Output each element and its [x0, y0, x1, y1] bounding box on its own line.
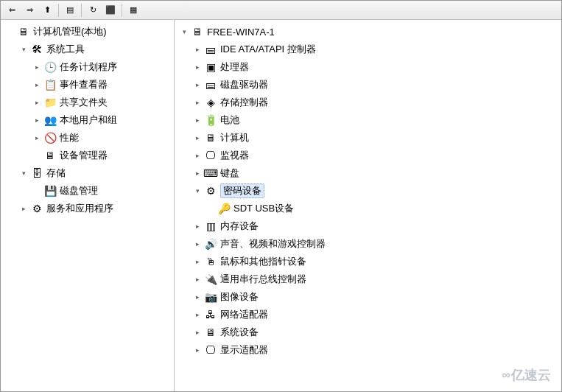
stop-button[interactable]: ⬛ — [102, 3, 119, 18]
category-icon: 🕒 — [43, 60, 57, 74]
left-pane: 🖥 计算机管理(本地) ▾ 🛠 系统工具 ▸🕒任务计划程序▸📋事件查看器▸📁共享… — [1, 20, 175, 391]
collapse-icon[interactable]: ▾ — [18, 168, 29, 178]
node-label: 服务和应用程序 — [46, 202, 113, 215]
tree-storage[interactable]: ▾ 🗄 存储 — [2, 164, 172, 182]
expand-icon[interactable]: ▸ — [192, 221, 203, 231]
collapse-icon[interactable]: ▾ — [18, 44, 29, 55]
node-label: 存储 — [46, 167, 66, 180]
device-root[interactable]: ▾ 🖥 FREE-WIN7A-1 — [176, 23, 560, 41]
expand-icon[interactable]: ▸ — [192, 274, 203, 284]
expand-icon[interactable]: ▸ — [192, 256, 203, 267]
device-category[interactable]: ▸🖱鼠标和其他指针设备 — [176, 253, 560, 270]
expand-icon[interactable]: ▸ — [192, 292, 203, 302]
expand-icon[interactable]: ▸ — [192, 309, 203, 320]
node-label: 处理器 — [220, 60, 249, 74]
gear-icon: ⚙ — [204, 184, 217, 197]
disk-icon: 💾 — [43, 184, 57, 197]
node-label: 电池 — [220, 113, 239, 127]
expand-icon[interactable]: ▸ — [192, 345, 203, 355]
tree-system-tools-item[interactable]: ▸🚫性能 — [2, 129, 172, 147]
refresh-button[interactable]: ↻ — [85, 3, 101, 18]
expand-icon[interactable]: ▸ — [192, 133, 203, 143]
tree-system-tools-item[interactable]: ▸🕒任务计划程序 — [2, 58, 172, 76]
expand-icon[interactable]: ▸ — [18, 203, 29, 214]
expand-icon[interactable]: ▸ — [192, 62, 203, 72]
device-category[interactable]: ▸🖵监视器 — [176, 147, 560, 164]
device-category[interactable]: ▸▣处理器 — [176, 58, 560, 76]
back-button[interactable]: ⇐ — [4, 3, 20, 18]
tree-system-tools[interactable]: ▾ 🛠 系统工具 — [2, 41, 172, 58]
expand-icon[interactable]: ▸ — [192, 150, 203, 161]
node-label: 设备管理器 — [60, 149, 108, 162]
node-label: 性能 — [60, 131, 79, 144]
expand-icon[interactable]: ▸ — [192, 97, 203, 108]
list-view-button[interactable]: ▦ — [125, 3, 141, 18]
expand-icon[interactable]: ▸ — [192, 168, 203, 178]
node-label: 存储控制器 — [220, 96, 268, 109]
category-icon: 🖴 — [204, 78, 217, 91]
device-crypto-child[interactable]: 🔑 SDT USB设备 — [176, 200, 560, 217]
tree-system-tools-item[interactable]: ▸👥本地用户和组 — [2, 111, 172, 129]
device-category[interactable]: ▸📷图像设备 — [176, 288, 560, 306]
computer-icon: 🖥 — [17, 25, 30, 38]
node-label: 显示适配器 — [220, 343, 268, 357]
tree-disk-management[interactable]: 💾 磁盘管理 — [2, 182, 172, 200]
category-icon: ▣ — [204, 60, 217, 74]
device-category[interactable]: ▸🖧网络适配器 — [176, 306, 560, 323]
device-category[interactable]: ▸◈存储控制器 — [176, 94, 560, 111]
node-label: 计算机管理(本地) — [33, 25, 107, 38]
expand-icon[interactable]: ▸ — [192, 80, 203, 90]
toolbar: ⇐ ⇒ ⬆ ▤ ↻ ⬛ ▦ — [1, 1, 561, 20]
category-icon: 📁 — [43, 96, 57, 109]
device-category[interactable]: ▸🖥计算机 — [176, 129, 560, 147]
device-category[interactable]: ▸🖴IDE ATA/ATAPI 控制器 — [176, 41, 560, 58]
collapse-icon[interactable]: ▾ — [192, 186, 203, 196]
node-label: 任务计划程序 — [60, 60, 117, 74]
device-category[interactable]: ▸🔊声音、视频和游戏控制器 — [176, 235, 560, 253]
device-category[interactable]: ▸▥内存设备 — [176, 217, 560, 235]
expand-icon[interactable]: ▸ — [32, 62, 42, 72]
node-label: 磁盘驱动器 — [220, 78, 268, 91]
collapse-icon[interactable]: ▾ — [179, 27, 189, 37]
tree-device-manager[interactable]: 🖥 设备管理器 — [2, 147, 172, 164]
tree-system-tools-item[interactable]: ▸📁共享文件夹 — [2, 94, 172, 111]
expand-icon[interactable]: ▸ — [192, 44, 203, 55]
node-label: 监视器 — [220, 149, 249, 162]
device-crypto[interactable]: ▾ ⚙ 密码设备 — [176, 182, 560, 200]
expand-icon[interactable]: ▸ — [192, 327, 203, 337]
device-category[interactable]: ▸🖵显示适配器 — [176, 341, 560, 359]
category-icon: 🖴 — [204, 43, 217, 56]
properties-button[interactable]: ▤ — [62, 3, 78, 18]
device-manager-icon: 🖥 — [43, 149, 57, 162]
tree-system-tools-item[interactable]: ▸📋事件查看器 — [2, 76, 172, 94]
expand-icon[interactable]: ▸ — [32, 133, 42, 143]
category-icon: ⌨ — [204, 167, 217, 180]
device-category[interactable]: ▸⌨键盘 — [176, 164, 560, 182]
node-label: 图像设备 — [220, 290, 259, 304]
category-icon: 🖥 — [204, 131, 217, 144]
expand-icon[interactable]: ▸ — [192, 115, 203, 125]
expand-icon[interactable]: ▸ — [32, 97, 42, 108]
device-category[interactable]: ▸🔌通用串行总线控制器 — [176, 270, 560, 288]
category-icon: 🖧 — [204, 308, 217, 321]
category-icon: 🔌 — [204, 273, 217, 286]
category-icon: 🔋 — [204, 113, 217, 127]
device-category[interactable]: ▸🖥系统设备 — [176, 323, 560, 341]
expand-icon[interactable]: ▸ — [32, 115, 42, 125]
node-label: 鼠标和其他指针设备 — [220, 255, 306, 268]
category-icon: ◈ — [204, 96, 217, 109]
category-icon: 🖵 — [204, 149, 217, 162]
device-category[interactable]: ▸🔋电池 — [176, 111, 560, 129]
key-icon: 🔑 — [217, 202, 231, 215]
tools-icon: 🛠 — [30, 43, 43, 56]
device-category[interactable]: ▸🖴磁盘驱动器 — [176, 76, 560, 94]
expand-icon[interactable]: ▸ — [32, 80, 42, 90]
tree-root-computer-management[interactable]: 🖥 计算机管理(本地) — [2, 23, 172, 41]
tree-services-apps[interactable]: ▸ ⚙ 服务和应用程序 — [2, 200, 172, 217]
forward-button[interactable]: ⇒ — [21, 3, 38, 18]
node-label: SDT USB设备 — [233, 202, 294, 215]
expand-icon[interactable]: ▸ — [192, 239, 203, 249]
up-button[interactable]: ⬆ — [39, 3, 55, 18]
node-label: 共享文件夹 — [60, 96, 108, 109]
node-label: 计算机 — [220, 131, 249, 144]
